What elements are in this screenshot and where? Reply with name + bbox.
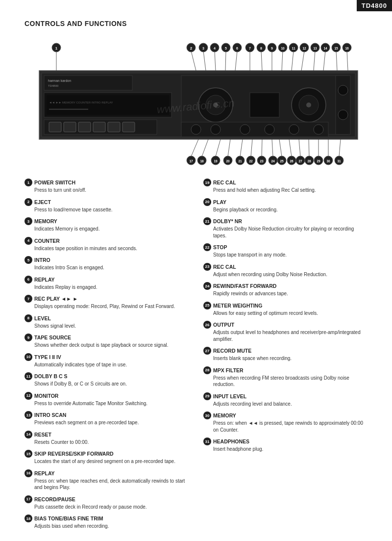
control-number: 16 bbox=[24, 469, 32, 477]
control-item-6: 6 REPLAY Indicates Replay is engaged. bbox=[24, 276, 189, 291]
control-item-22: 22 STOP Stops tape transport in any mode… bbox=[203, 243, 368, 258]
svg-rect-22 bbox=[108, 122, 120, 132]
svg-line-124 bbox=[339, 139, 341, 156]
control-desc: Adjusts recording level and balance. bbox=[203, 401, 368, 408]
control-title: OUTPUT bbox=[213, 322, 234, 328]
svg-text:26: 26 bbox=[290, 159, 294, 163]
control-title: HEADPHONES bbox=[213, 438, 249, 444]
svg-text:5: 5 bbox=[225, 47, 227, 50]
control-number: 1 bbox=[24, 179, 32, 186]
svg-line-112 bbox=[299, 139, 300, 156]
svg-text:7: 7 bbox=[249, 47, 251, 50]
svg-rect-2 bbox=[44, 76, 132, 90]
svg-text:20: 20 bbox=[226, 159, 230, 163]
control-title: REPLAY bbox=[34, 470, 55, 476]
svg-text:3: 3 bbox=[202, 47, 204, 50]
svg-line-103 bbox=[272, 139, 273, 156]
control-item-1: 1 POWER SWITCH Press to turn unit on/off… bbox=[24, 179, 189, 194]
control-item-28: 28 MPX FILTER Press when recording FM st… bbox=[203, 366, 368, 388]
svg-line-64 bbox=[292, 51, 294, 71]
control-number: 6 bbox=[24, 276, 32, 283]
svg-line-115 bbox=[309, 139, 309, 156]
control-title: MONITOR bbox=[34, 393, 58, 399]
control-desc: Rapidly rewinds or advances tape. bbox=[203, 290, 368, 297]
control-number: 5 bbox=[24, 256, 32, 264]
svg-text:12: 12 bbox=[302, 47, 306, 50]
control-desc: Press and hold when adjusting Rec Cal se… bbox=[203, 187, 368, 194]
control-number: 4 bbox=[24, 237, 32, 245]
control-number: 31 bbox=[203, 438, 211, 445]
svg-rect-27 bbox=[181, 122, 328, 137]
control-title: DOLBY B C S bbox=[34, 373, 67, 379]
control-number: 14 bbox=[24, 431, 32, 438]
svg-text:1: 1 bbox=[55, 46, 58, 51]
control-title: BIAS TONE/BIAS FINE TRIM bbox=[34, 515, 103, 521]
control-item-11: 11 DOLBY B C S Shows if Dolby B, or C or… bbox=[24, 372, 189, 387]
control-desc: Puts cassette deck in Record ready or pa… bbox=[24, 504, 189, 511]
control-item-7: 7 REC PLAY ◄► ► Displays operating mode:… bbox=[24, 295, 189, 310]
svg-line-91 bbox=[228, 139, 230, 156]
control-desc: Adjusts output level to headphones and r… bbox=[203, 329, 368, 342]
control-item-23: 23 REC CAL Adjust when recording using D… bbox=[203, 263, 368, 278]
control-desc: Shows signal level. bbox=[24, 323, 189, 330]
svg-line-109 bbox=[289, 139, 292, 156]
control-title: POWER SWITCH bbox=[34, 180, 75, 185]
svg-line-88 bbox=[216, 139, 220, 156]
control-number: 30 bbox=[203, 412, 211, 419]
svg-text:◄◄ ►► MEMORY COUNTER INTRO REP: ◄◄ ►► MEMORY COUNTER INTRO REPLAY bbox=[49, 101, 113, 104]
svg-text:2: 2 bbox=[190, 46, 193, 51]
svg-text:17: 17 bbox=[189, 159, 193, 163]
control-number: 27 bbox=[203, 347, 211, 355]
control-desc: Press when recording FM stereo broadcast… bbox=[203, 375, 368, 388]
control-item-15: 15 SKIP REVERSE/SKIP FORWARD Locates the… bbox=[24, 450, 189, 465]
svg-line-49 bbox=[235, 51, 237, 71]
svg-text:4: 4 bbox=[214, 47, 216, 50]
control-desc: Indicates Intro Scan is engaged. bbox=[24, 264, 189, 271]
control-title: INPUT LEVEL bbox=[213, 393, 246, 399]
control-number: 26 bbox=[203, 321, 211, 329]
control-item-2: 2 EJECT Press to load/remove tape casset… bbox=[24, 198, 189, 213]
control-number: 25 bbox=[203, 302, 211, 309]
svg-text:▬▬▬▬▬▬▬▬▬▬: ▬▬▬▬▬▬▬▬▬▬ bbox=[49, 106, 88, 111]
control-number: 12 bbox=[24, 392, 32, 400]
svg-point-26 bbox=[338, 110, 348, 120]
svg-rect-18 bbox=[49, 122, 61, 132]
svg-point-32 bbox=[289, 125, 299, 134]
control-title: DOLBY* NR bbox=[213, 218, 242, 224]
svg-rect-20 bbox=[78, 122, 91, 132]
svg-line-73 bbox=[323, 51, 325, 71]
control-desc: Press to load/remove tape cassette. bbox=[24, 206, 189, 213]
control-desc: Indicates tape position in minutes and s… bbox=[24, 245, 189, 252]
control-item-25: 25 METER WEIGHTING Allows for easy setti… bbox=[203, 302, 368, 317]
svg-point-29 bbox=[211, 125, 220, 134]
svg-text:21: 21 bbox=[238, 159, 242, 163]
svg-text:31: 31 bbox=[337, 159, 341, 163]
svg-text:13: 13 bbox=[313, 47, 317, 50]
control-desc: Allows for easy setting of optimum recor… bbox=[203, 310, 368, 317]
control-desc: Shows if Dolby B, or C or S circuits are… bbox=[24, 381, 189, 387]
control-item-10: 10 TYPE I II IV Automatically indicates … bbox=[24, 353, 189, 368]
control-desc: Activates Dolby Noise Reduction circuitr… bbox=[203, 226, 368, 239]
svg-text:27: 27 bbox=[298, 159, 302, 163]
control-desc: Adjust when recording using Dolby Noise … bbox=[203, 271, 368, 278]
svg-line-55 bbox=[261, 51, 262, 71]
control-item-16: 16 REPLAY Press on: when tape reaches en… bbox=[24, 469, 189, 491]
control-title: MPX FILTER bbox=[213, 367, 244, 373]
svg-text:6: 6 bbox=[236, 47, 238, 50]
control-item-8: 8 LEVEL Shows signal level. bbox=[24, 314, 189, 330]
svg-text:15: 15 bbox=[334, 47, 338, 50]
control-number: 8 bbox=[24, 314, 32, 322]
svg-rect-21 bbox=[93, 122, 105, 132]
control-title: COUNTER bbox=[34, 238, 60, 244]
control-desc: Resets Counter to 00:00. bbox=[24, 439, 189, 446]
svg-rect-6 bbox=[47, 95, 169, 115]
controls-left-column: 1 POWER SWITCH Press to turn unit on/off… bbox=[24, 179, 189, 534]
svg-line-94 bbox=[240, 139, 243, 156]
control-number: 9 bbox=[24, 334, 32, 341]
svg-line-76 bbox=[336, 51, 337, 71]
svg-line-82 bbox=[191, 139, 198, 156]
control-title: REC PLAY ◄► ► bbox=[34, 296, 78, 302]
control-item-29: 29 INPUT LEVEL Adjusts recording level a… bbox=[203, 392, 368, 408]
control-title: RECORD MUTE bbox=[213, 348, 251, 354]
svg-text:8: 8 bbox=[260, 47, 262, 50]
